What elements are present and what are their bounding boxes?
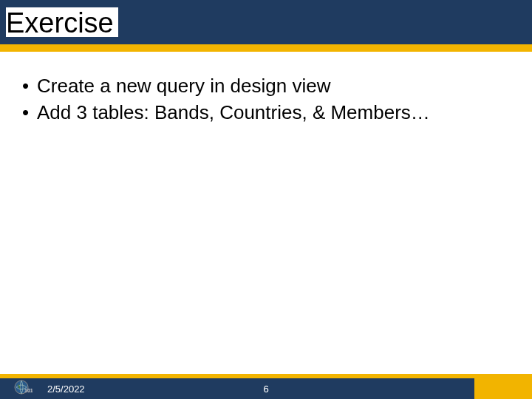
slide: Exercise Create a new query in design vi… <box>0 0 532 399</box>
footer-page-number: 6 <box>263 383 268 395</box>
title-background: Exercise <box>0 0 532 44</box>
bullet-item: Create a new query in design view <box>21 74 511 99</box>
slide-title: Exercise <box>6 7 118 37</box>
globe-logo-icon: 101 <box>13 379 33 395</box>
svg-text:101: 101 <box>24 388 33 393</box>
title-accent-bar <box>0 44 532 52</box>
bullet-list: Create a new query in design view Add 3 … <box>21 74 511 126</box>
footer-bar: 101 2/5/2022 6 <box>0 378 532 399</box>
title-bar: Exercise <box>0 0 532 52</box>
footer-right-accent <box>474 378 532 399</box>
bullet-item: Add 3 tables: Bands, Countries, & Member… <box>21 100 511 126</box>
footer-date: 2/5/2022 <box>47 383 85 395</box>
slide-content: Create a new query in design view Add 3 … <box>21 74 511 127</box>
